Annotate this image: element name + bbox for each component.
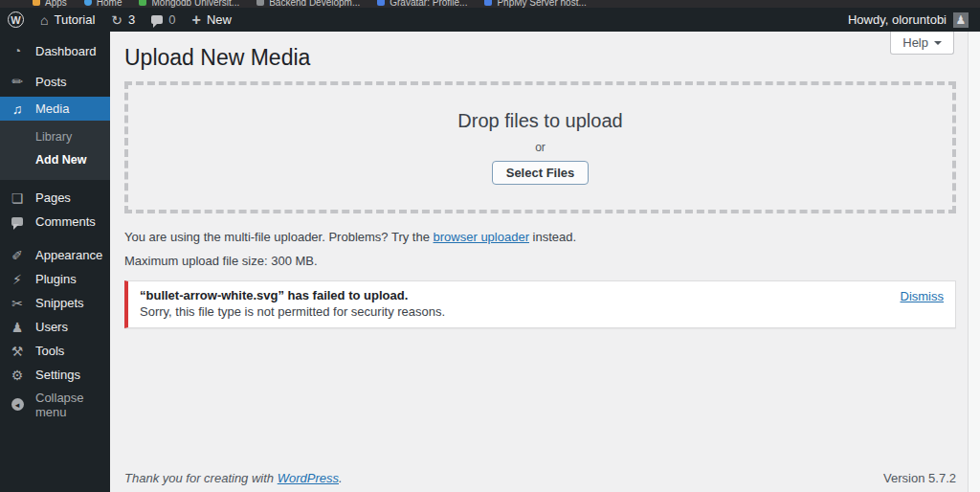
- site-name-link[interactable]: ⌂ Tutorial: [40, 12, 95, 27]
- collapse-icon: ◂: [8, 398, 27, 411]
- sidebar-item-pages[interactable]: ❏ Pages: [0, 186, 110, 210]
- users-icon: ♟: [8, 320, 27, 335]
- wp-admin-bar: W ⌂ Tutorial ↻ 3 0 + New Howdy, olorunto…: [0, 8, 980, 32]
- site-name-label: Tutorial: [54, 12, 95, 27]
- sidebar-item-label: Tools: [35, 344, 64, 358]
- twitter-bird-icon: [84, 0, 92, 6]
- uploader-note-text: You are using the multi-file uploader. P…: [124, 230, 434, 244]
- updates-icon: ↻: [111, 13, 122, 27]
- wordpress-link[interactable]: WordPress: [278, 471, 339, 485]
- browser-bookmarks-bar: Apps Home Mongodb Universit... Backend D…: [0, 0, 980, 8]
- sidebar-item-label: Settings: [35, 368, 80, 382]
- new-label: New: [207, 12, 232, 27]
- media-icon: ♫: [8, 101, 27, 117]
- uploader-note: You are using the multi-file uploader. P…: [124, 230, 956, 244]
- upload-dropzone[interactable]: Drop files to upload or Select Files: [124, 81, 956, 213]
- help-label: Help: [902, 35, 928, 50]
- dropzone-headline: Drop files to upload: [457, 110, 622, 132]
- mongodb-leaf-icon: [139, 0, 146, 6]
- footer-thanks: Thank you for creating with WordPress.: [124, 471, 343, 485]
- sidebar-item-snippets[interactable]: ✂ Snippets: [0, 291, 110, 315]
- sidebar-item-posts[interactable]: ✏ Posts: [0, 66, 110, 97]
- comments-icon: [8, 217, 27, 226]
- plugins-icon: ⚡: [8, 272, 27, 287]
- error-notice-title: “bullet-arrow-white.svg” has failed to u…: [140, 288, 944, 302]
- sidebar-item-label: Snippets: [35, 296, 84, 310]
- wordpress-logo-icon: W: [8, 11, 24, 28]
- footer-thanks-text: .: [339, 471, 343, 485]
- bookmark-label: Backend Developm...: [269, 0, 360, 8]
- sidebar-item-label: Posts: [35, 75, 67, 89]
- comments-count: 0: [168, 12, 175, 27]
- sidebar-item-label: Plugins: [35, 272, 77, 286]
- dashboard-icon: ◔: [8, 43, 27, 58]
- collapse-menu-label: Collapse menu: [35, 391, 102, 419]
- bookmark-label: Mongodb Universit...: [151, 0, 239, 8]
- bookmark-label: Home: [97, 0, 122, 8]
- wp-logo-menu[interactable]: W: [8, 11, 24, 28]
- bookmark-server[interactable]: PhpMy Server host...: [484, 0, 586, 8]
- bookmark-backend[interactable]: Backend Developm...: [256, 0, 360, 8]
- admin-footer: Thank you for creating with WordPress. V…: [124, 471, 956, 485]
- max-upload-size-text: Maximum upload file size: 300 MB.: [124, 254, 956, 268]
- new-content-menu[interactable]: + New: [192, 12, 232, 28]
- sidebar-item-label: Appearance: [35, 248, 102, 262]
- dismiss-link[interactable]: Dismiss: [901, 289, 945, 303]
- bookmark-home[interactable]: Home: [84, 0, 122, 8]
- bookmark-gravatar[interactable]: Gravatar: Profile...: [377, 0, 467, 8]
- sidebar-item-label: Media: [35, 101, 69, 116]
- sidebar-item-dashboard[interactable]: ◔ Dashboard: [0, 35, 110, 66]
- collapse-menu-button[interactable]: ◂ Collapse menu: [0, 392, 110, 416]
- submenu-item-library[interactable]: Library: [0, 125, 110, 148]
- sidebar-item-appearance[interactable]: ✐ Appearance: [0, 243, 110, 267]
- page-title: Upload New Media: [124, 32, 956, 71]
- sidebar-item-plugins[interactable]: ⚡ Plugins: [0, 267, 110, 291]
- main-content: Help Upload New Media Drop files to uplo…: [110, 32, 968, 492]
- media-submenu: Library Add New: [0, 121, 110, 180]
- tools-icon: ⚒: [8, 344, 27, 359]
- appearance-icon: ✐: [8, 248, 27, 263]
- posts-icon: ✏: [8, 74, 27, 89]
- browser-uploader-link[interactable]: browser uploader: [434, 230, 529, 244]
- sidebar-item-comments[interactable]: Comments: [0, 210, 110, 234]
- sidebar-item-label: Users: [35, 320, 68, 334]
- sidebar-item-tools[interactable]: ⚒ Tools: [0, 339, 110, 363]
- updates-link[interactable]: ↻ 3: [111, 12, 135, 27]
- chevron-down-icon: [934, 41, 942, 49]
- bookmark-label: PhpMy Server host...: [497, 0, 586, 8]
- howdy-label: Howdy, oloruntobi: [848, 12, 947, 27]
- sidebar-item-label: Pages: [35, 190, 71, 205]
- updates-count: 3: [128, 12, 135, 27]
- sidebar-item-label: Comments: [35, 214, 96, 229]
- sidebar-item-media[interactable]: ♫ Media: [0, 97, 110, 121]
- help-button[interactable]: Help: [890, 32, 954, 55]
- plus-icon: +: [192, 12, 201, 28]
- home-icon: ⌂: [40, 13, 48, 27]
- settings-icon: ⚙: [8, 368, 27, 383]
- bookmark-mongodb[interactable]: Mongodb Universit...: [139, 0, 239, 8]
- bookmark-label: Gravatar: Profile...: [390, 0, 467, 8]
- comments-link[interactable]: 0: [151, 12, 175, 27]
- scrollbar-track[interactable]: [968, 32, 980, 492]
- uploader-note-text: instead.: [529, 230, 576, 244]
- bookmark-apps[interactable]: Apps: [33, 0, 67, 8]
- bookmark-label: Apps: [45, 0, 67, 8]
- bookmark-page-icon: [256, 0, 264, 6]
- sidebar-item-users[interactable]: ♟ Users: [0, 315, 110, 339]
- snippets-icon: ✂: [8, 296, 27, 311]
- admin-sidebar: ◔ Dashboard ✏ Posts ♫ Media Library Add …: [0, 32, 110, 492]
- sidebar-item-settings[interactable]: ⚙ Settings: [0, 363, 110, 387]
- bookmark-page-icon: [484, 0, 492, 6]
- sidebar-item-label: Dashboard: [35, 44, 97, 58]
- error-notice-message: Sorry, this file type is not permitted f…: [140, 304, 944, 319]
- footer-thanks-text: Thank you for creating with: [124, 471, 278, 485]
- bookmark-page-icon: [377, 0, 385, 6]
- apps-grid-icon: [33, 0, 40, 6]
- account-menu[interactable]: Howdy, oloruntobi ♟: [848, 12, 969, 28]
- dropzone-or-text: or: [535, 141, 546, 154]
- version-label: Version 5.7.2: [883, 471, 956, 485]
- avatar: ♟: [953, 12, 969, 28]
- pages-icon: ❏: [8, 190, 27, 206]
- submenu-item-add-new[interactable]: Add New: [0, 148, 110, 171]
- select-files-button[interactable]: Select Files: [492, 161, 590, 185]
